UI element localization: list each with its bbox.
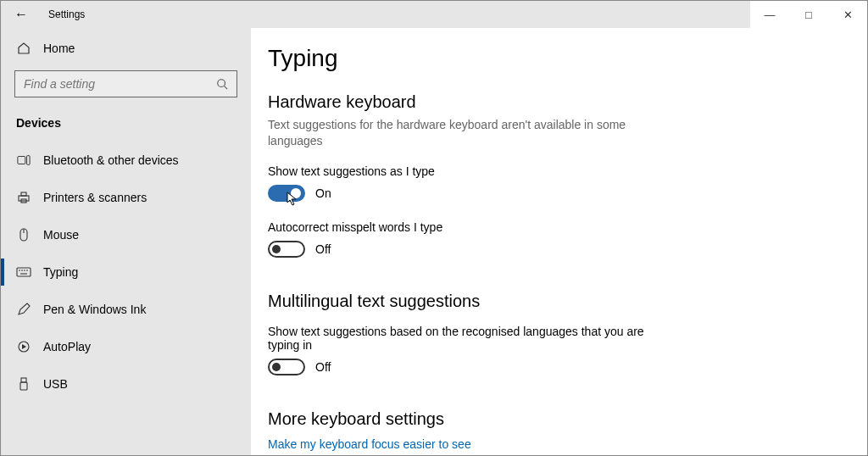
- sidebar: Home Devices Blue: [1, 28, 251, 455]
- mouse-icon: [16, 227, 31, 242]
- back-button[interactable]: ←: [1, 7, 42, 22]
- search-input[interactable]: [22, 76, 214, 92]
- text-suggestions-state: On: [315, 186, 331, 200]
- sidebar-item-label: Pen & Windows Ink: [43, 303, 146, 316]
- svg-rect-2: [18, 157, 25, 164]
- maximize-icon: □: [805, 8, 812, 21]
- sidebar-item-typing[interactable]: Typing: [1, 253, 251, 291]
- multilingual-state: Off: [315, 360, 331, 374]
- devices-icon: [16, 153, 31, 168]
- home-nav[interactable]: Home: [1, 31, 251, 65]
- sidebar-item-pen[interactable]: Pen & Windows Ink: [1, 291, 251, 328]
- search-box[interactable]: [14, 70, 237, 97]
- svg-rect-9: [17, 268, 31, 276]
- multilingual-heading: Multilingual text suggestions: [268, 292, 867, 311]
- text-suggestions-label: Show text suggestions as I type: [268, 164, 658, 178]
- printer-icon: [16, 190, 31, 205]
- autocorrect-label: Autocorrect misspelt words I type: [268, 220, 658, 234]
- svg-rect-4: [19, 196, 29, 201]
- sidebar-item-label: Mouse: [43, 228, 79, 242]
- svg-rect-5: [21, 192, 26, 196]
- autocorrect-state: Off: [315, 242, 331, 256]
- sidebar-item-autoplay[interactable]: AutoPlay: [1, 328, 251, 365]
- sidebar-item-label: USB: [43, 377, 68, 391]
- minimize-button[interactable]: —: [750, 1, 789, 28]
- sidebar-item-bluetooth[interactable]: Bluetooth & other devices: [1, 142, 251, 179]
- hardware-keyboard-desc: Text suggestions for the hardware keyboa…: [268, 117, 658, 149]
- usb-icon: [16, 376, 31, 392]
- category-header: Devices: [1, 104, 251, 135]
- svg-line-1: [225, 86, 228, 90]
- sidebar-item-label: AutoPlay: [43, 340, 91, 353]
- keyboard-focus-link[interactable]: Make my keyboard focus easier to see: [268, 437, 867, 451]
- home-icon: [16, 41, 31, 56]
- sidebar-item-mouse[interactable]: Mouse: [1, 216, 251, 253]
- window-title: Settings: [42, 8, 85, 20]
- sidebar-item-label: Typing: [43, 265, 78, 279]
- maximize-button[interactable]: □: [789, 1, 828, 28]
- home-label: Home: [43, 42, 75, 55]
- content-area: Typing Hardware keyboard Text suggestion…: [251, 28, 867, 455]
- titlebar: ← Settings — □ ✕: [1, 1, 867, 28]
- page-title: Typing: [268, 45, 867, 72]
- close-icon: ✕: [843, 8, 853, 21]
- autocorrect-toggle[interactable]: [268, 241, 305, 258]
- minimize-icon: —: [765, 8, 776, 21]
- svg-rect-3: [27, 156, 31, 165]
- sidebar-item-label: Printers & scanners: [43, 191, 147, 204]
- close-button[interactable]: ✕: [828, 1, 867, 28]
- sidebar-item-usb[interactable]: USB: [1, 365, 251, 403]
- multilingual-desc: Show text suggestions based on the recog…: [268, 325, 658, 352]
- autoplay-icon: [16, 339, 31, 354]
- search-icon: [214, 76, 230, 92]
- pen-icon: [16, 302, 31, 317]
- multilingual-toggle[interactable]: [268, 359, 305, 375]
- more-settings-heading: More keyboard settings: [268, 409, 867, 429]
- keyboard-icon: [16, 264, 31, 280]
- svg-rect-17: [20, 382, 27, 390]
- sidebar-item-label: Bluetooth & other devices: [43, 153, 179, 167]
- svg-point-0: [218, 80, 225, 87]
- svg-rect-16: [21, 378, 26, 382]
- text-suggestions-toggle[interactable]: [268, 185, 305, 202]
- sidebar-item-printers[interactable]: Printers & scanners: [1, 179, 251, 216]
- arrow-left-icon: ←: [14, 7, 28, 22]
- hardware-keyboard-heading: Hardware keyboard: [268, 92, 867, 112]
